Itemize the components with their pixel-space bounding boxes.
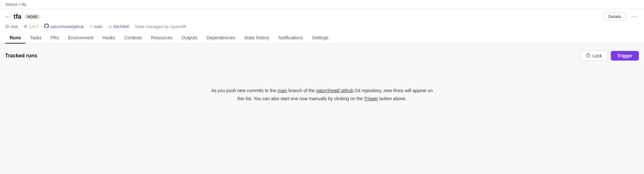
root-link[interactable]: root <box>11 24 18 29</box>
lock-icon <box>586 53 591 58</box>
content-area: Tracked runs Lock Trigger As you push ne… <box>0 44 644 173</box>
content-header-actions: Lock Trigger <box>581 50 639 61</box>
branch-icon: ⑂ <box>90 24 92 29</box>
details-button[interactable]: Details <box>603 12 626 21</box>
empty-prefix: As you push new commits to the <box>211 88 277 93</box>
tab-prs[interactable]: PRs <box>46 33 63 44</box>
header-actions-right: Details ··· <box>603 12 639 21</box>
empty-mid: branch of the <box>287 88 316 93</box>
tab-dependencies[interactable]: Dependencies <box>202 33 240 44</box>
empty-end: button above. <box>378 96 407 101</box>
breadcrumb-stacks[interactable]: Stacks <box>5 2 18 7</box>
more-options-button[interactable]: ··· <box>629 13 639 21</box>
breadcrumb-separator: • <box>19 2 21 7</box>
github-icon <box>44 24 49 29</box>
lock-btn-label: Lock <box>592 53 602 58</box>
meta-line: ⊙ root ⚙ 1.5.7 saturnhead/github ⑂ main … <box>5 24 639 33</box>
empty-message: As you push new commits to the main bran… <box>209 87 435 103</box>
tab-settings[interactable]: Settings <box>307 33 333 44</box>
main-branch-link[interactable]: main <box>277 88 287 93</box>
breadcrumb-stack: tfa <box>22 2 26 7</box>
section-title: Tracked runs <box>5 53 37 59</box>
meta-state: State managed by Spacelift <box>135 24 186 29</box>
tab-tasks[interactable]: Tasks <box>25 33 46 44</box>
stack-title: tfa <box>14 13 21 20</box>
tab-notifications[interactable]: Notifications <box>274 33 307 44</box>
meta-version: ⚙ 1.5.7 <box>24 24 38 29</box>
header-section: ← tfa NONE Details ··· ⊙ root ⚙ 1.5.7 sa… <box>0 9 644 44</box>
svg-rect-0 <box>587 55 590 57</box>
state-label: State managed by Spacelift <box>135 24 186 29</box>
github-repo-link[interactable]: saturnhead/.github <box>316 88 353 93</box>
tab-hooks[interactable]: Hooks <box>98 33 120 44</box>
commit-link[interactable]: 49c59e8 <box>113 24 129 29</box>
trigger-button[interactable]: Trigger <box>611 51 639 61</box>
tab-runs[interactable]: Runs <box>5 33 25 44</box>
lock-button[interactable]: Lock <box>581 50 608 61</box>
tab-state-history[interactable]: State history <box>240 33 274 44</box>
back-button[interactable]: ← <box>5 14 10 20</box>
branch-link[interactable]: main <box>93 24 102 29</box>
status-badge: NONE <box>24 14 40 19</box>
github-link[interactable]: saturnhead/github <box>50 24 84 29</box>
tabs-row: RunsTasksPRsEnvironmentHooksContextsReso… <box>5 33 639 44</box>
breadcrumb-bar: Stacks • tfa <box>0 0 644 9</box>
tracked-runs-header: Tracked runs Lock Trigger <box>5 50 639 61</box>
tab-outputs[interactable]: Outputs <box>177 33 202 44</box>
tab-environment[interactable]: Environment <box>63 33 98 44</box>
version-icon: ⚙ <box>24 24 28 29</box>
meta-root: ⊙ root <box>5 24 18 29</box>
meta-commit: ◇ 49c59e8 <box>109 24 129 29</box>
title-line: ← tfa NONE Details ··· <box>5 12 639 24</box>
root-icon: ⊙ <box>5 24 9 29</box>
trigger-inline-link[interactable]: Trigger <box>364 96 378 101</box>
version-label: 1.5.7 <box>29 24 38 29</box>
meta-branch: ⑂ main <box>90 24 102 29</box>
meta-github: saturnhead/github <box>44 24 84 29</box>
commit-icon: ◇ <box>109 24 112 29</box>
tab-resources[interactable]: Resources <box>147 33 177 44</box>
tab-contexts[interactable]: Contexts <box>120 33 147 44</box>
